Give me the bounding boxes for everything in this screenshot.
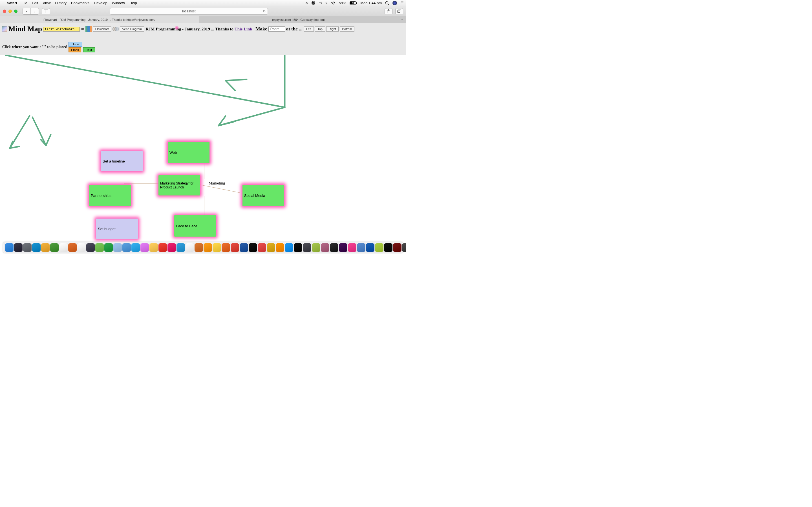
venn-diagram-button[interactable]: Venn Diagram bbox=[120, 26, 145, 32]
dock-app-8[interactable] bbox=[77, 243, 86, 252]
undo-button[interactable]: Undo bbox=[68, 42, 82, 47]
menu-history[interactable]: History bbox=[55, 1, 66, 5]
sidebar-toggle-button[interactable] bbox=[42, 8, 50, 14]
dock-app-36[interactable] bbox=[330, 243, 338, 252]
share-button[interactable] bbox=[385, 8, 393, 14]
dock-app-26[interactable] bbox=[240, 243, 248, 252]
tab-2[interactable]: enjoycss.com | 504: Gateway time-out bbox=[199, 16, 398, 23]
dock-app-20[interactable] bbox=[186, 243, 194, 252]
menu-develop[interactable]: Develop bbox=[94, 1, 107, 5]
menu-window[interactable]: Window bbox=[112, 1, 125, 5]
new-tab-button[interactable]: ＋ bbox=[398, 16, 406, 23]
dock-app-15[interactable] bbox=[140, 243, 149, 252]
dock-app-22[interactable] bbox=[204, 243, 212, 252]
node-partnerships[interactable]: Partnerships bbox=[89, 185, 131, 206]
dock-app-18[interactable] bbox=[167, 243, 176, 252]
whiteboard-select[interactable]: first_whiteboard bbox=[43, 27, 80, 32]
dock-app-43[interactable] bbox=[393, 243, 402, 252]
url-bar[interactable]: localhost ⟳ bbox=[110, 8, 268, 15]
left-button[interactable]: Left bbox=[304, 26, 314, 32]
display-icon[interactable]: ▭ bbox=[319, 1, 322, 5]
back-button[interactable]: ‹ bbox=[23, 8, 31, 14]
dock-app-4[interactable] bbox=[41, 243, 50, 252]
dock-app-29[interactable] bbox=[267, 243, 275, 252]
siri-icon[interactable] bbox=[393, 1, 397, 5]
dock-app-40[interactable] bbox=[366, 243, 374, 252]
tab-1[interactable]: Flowchart - RJM Programming - January, 2… bbox=[0, 16, 199, 23]
bluetooth-icon[interactable]: ⌁ bbox=[325, 1, 327, 5]
clock[interactable]: Mon 1:44 pm bbox=[360, 1, 382, 5]
dock-app-37[interactable] bbox=[339, 243, 347, 252]
dock-app-25[interactable] bbox=[231, 243, 239, 252]
forward-button[interactable]: › bbox=[31, 8, 39, 14]
bottom-button[interactable]: Bottom bbox=[340, 26, 355, 32]
node-web[interactable]: Web bbox=[168, 142, 209, 163]
dock-app-28[interactable] bbox=[258, 243, 266, 252]
top-button[interactable]: Top bbox=[315, 26, 325, 32]
right-button[interactable]: Right bbox=[326, 26, 339, 32]
dock-app-30[interactable] bbox=[276, 243, 284, 252]
dock-app-39[interactable] bbox=[357, 243, 365, 252]
flowchart-button[interactable]: Flowchart bbox=[93, 26, 111, 32]
dock-app-16[interactable] bbox=[149, 243, 158, 252]
dock-app-13[interactable] bbox=[122, 243, 131, 252]
dock-app-32[interactable] bbox=[294, 243, 302, 252]
menu-edit[interactable]: Edit bbox=[32, 1, 38, 5]
dock-app-6[interactable] bbox=[59, 243, 68, 252]
wifi-icon[interactable] bbox=[331, 1, 336, 5]
node-face-to-face[interactable]: Face to Face bbox=[174, 215, 216, 237]
mindmap-canvas[interactable]: Set a timeline Web Partnerships Marketin… bbox=[0, 55, 406, 252]
battery-icon[interactable] bbox=[350, 1, 357, 5]
svg-rect-5 bbox=[44, 10, 48, 13]
menu-bookmarks[interactable]: Bookmarks bbox=[71, 1, 89, 5]
node-set-budget[interactable]: Set budget bbox=[96, 219, 138, 239]
dock-app-34[interactable] bbox=[312, 243, 320, 252]
svg-line-14 bbox=[225, 80, 235, 91]
dock-app-44[interactable] bbox=[402, 243, 406, 252]
dock-app-9[interactable] bbox=[86, 243, 95, 252]
dock-app-1[interactable] bbox=[14, 243, 22, 252]
dock-app-7[interactable] bbox=[68, 243, 77, 252]
app-name[interactable]: Safari bbox=[7, 1, 17, 5]
menu-view[interactable]: View bbox=[43, 1, 51, 5]
close-window-button[interactable] bbox=[3, 10, 6, 13]
menu-list-icon[interactable]: ☰ bbox=[400, 1, 404, 5]
malwarebytes-icon[interactable]: ⓜ bbox=[312, 1, 315, 6]
reload-icon[interactable]: ⟳ bbox=[263, 9, 266, 13]
node-set-timeline[interactable]: Set a timeline bbox=[101, 151, 143, 171]
dock-app-23[interactable] bbox=[213, 243, 221, 252]
room-select[interactable]: Room bbox=[268, 26, 285, 32]
menu-file[interactable]: File bbox=[21, 1, 28, 5]
tabs-button[interactable] bbox=[395, 8, 403, 14]
menu-help[interactable]: Help bbox=[130, 1, 137, 5]
node-social-media[interactable]: Social Media bbox=[243, 185, 284, 206]
node-strategy[interactable]: Marketing Strategy for Product Launch bbox=[158, 175, 200, 195]
dock-app-14[interactable] bbox=[132, 243, 140, 252]
dock-app-21[interactable] bbox=[195, 243, 203, 252]
dock-app-33[interactable] bbox=[303, 243, 311, 252]
dock-app-5[interactable] bbox=[50, 243, 59, 252]
dock-app-0[interactable] bbox=[5, 243, 13, 252]
dock-app-3[interactable] bbox=[32, 243, 41, 252]
dock-app-12[interactable] bbox=[113, 243, 122, 252]
dock-app-2[interactable] bbox=[23, 243, 32, 252]
dock-app-19[interactable] bbox=[176, 243, 185, 252]
this-link[interactable]: This Link bbox=[235, 27, 252, 32]
dock-app-10[interactable] bbox=[95, 243, 104, 252]
fullscreen-window-button[interactable] bbox=[14, 10, 17, 13]
dock-app-42[interactable] bbox=[384, 243, 393, 252]
dock-app-24[interactable] bbox=[221, 243, 230, 252]
dock-app-31[interactable] bbox=[285, 243, 293, 252]
click-label: Click bbox=[2, 45, 11, 49]
menubar-extra-icon[interactable]: ✕ bbox=[305, 1, 308, 5]
dock-app-17[interactable] bbox=[158, 243, 167, 252]
text-button[interactable]: Text bbox=[83, 47, 95, 52]
dock-app-11[interactable] bbox=[104, 243, 113, 252]
dock-app-27[interactable] bbox=[249, 243, 257, 252]
dock-app-35[interactable] bbox=[321, 243, 329, 252]
dock-app-38[interactable] bbox=[348, 243, 356, 252]
email-button[interactable]: Email bbox=[68, 47, 82, 52]
spotlight-icon[interactable] bbox=[385, 1, 389, 5]
dock-app-41[interactable] bbox=[375, 243, 384, 252]
minimize-window-button[interactable] bbox=[8, 10, 12, 13]
